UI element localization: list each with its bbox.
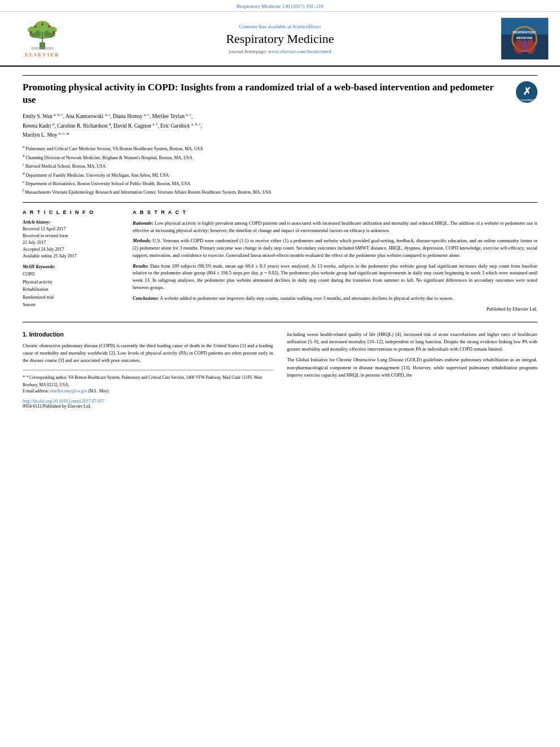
sciencedirect-url[interactable]: ScienceDirect: [292, 24, 321, 29]
abstract-rationale: Rationale: Low physical activity is high…: [133, 220, 537, 234]
affiliation-d: d Department of Family Medicine, Univers…: [23, 171, 537, 179]
article-history: Article history: Received 12 April 2017 …: [23, 220, 121, 260]
info-abstract-columns: A R T I C L E I N F O Article history: R…: [23, 209, 537, 313]
citation-bar: Respiratory Medicine 130 (2017) 102–110: [0, 0, 560, 12]
article-info-column: A R T I C L E I N F O Article history: R…: [23, 209, 121, 313]
keyword-season: Season: [23, 301, 121, 309]
conclusions-text: A website added to pedometer use improve…: [160, 295, 453, 301]
citation-text: Respiratory Medicine 130 (2017) 102–110: [237, 3, 323, 9]
abstract-conclusions: Conclusions: A website added to pedomete…: [133, 295, 537, 302]
keyword-pa: Physical activity: [23, 278, 121, 286]
keywords-label: MeSH Keywords:: [23, 264, 121, 269]
keyword-copd: COPD: [23, 270, 121, 278]
elsevier-tree-svg: [20, 20, 65, 51]
methods-text: U.S. Veterans with COPD were randomized …: [133, 238, 537, 258]
authors-line1: Emily S. Wan a, b, c, Ana Kantorowski a,…: [23, 112, 537, 121]
revised-date: 22 July 2017: [23, 239, 121, 246]
journal-logo-svg: RESPIRATORY MEDICINE: [501, 18, 548, 60]
email-label: E-mail address:: [23, 388, 49, 394]
footnotes-block: * * Corresponding author. VA Boston Heal…: [23, 370, 273, 394]
keywords-list: COPD Physical activity Rehabilitation Ra…: [23, 270, 121, 309]
svg-text:MEDICINE: MEDICINE: [517, 36, 533, 40]
email-link[interactable]: marilyn.moy@va.gov: [50, 388, 88, 394]
svg-point-19: [514, 40, 524, 54]
svg-point-20: [526, 40, 536, 54]
article-info-header: A R T I C L E I N F O: [23, 209, 121, 215]
sciencedirect-link: Contents lists available at ScienceDirec…: [73, 24, 487, 29]
introduction-section: 1. Introduction Chronic obstructive pulm…: [23, 331, 537, 409]
email-name: (M.L. Moy).: [88, 388, 110, 394]
published-by: Published by Elsevier Ltd.: [133, 306, 537, 312]
affiliation-c: c Harvard Medical School, Boston, MA, US…: [23, 161, 537, 170]
elsevier-logo-area: ELSEVIER: [11, 20, 73, 58]
section-divider: [23, 322, 537, 322]
corresponding-footnote-label: * Corresponding author.: [26, 375, 67, 380]
svg-text:✗: ✗: [523, 86, 531, 97]
journal-title-area: Contents lists available at ScienceDirec…: [73, 24, 487, 54]
article-title-section: Promoting physical activity in COPD: Ins…: [23, 75, 537, 106]
page: Respiratory Medicine 130 (2017) 102–110: [0, 0, 560, 747]
abstract-header: A B S T R A C T: [133, 209, 537, 215]
available-date: Available online 25 July 2017: [23, 253, 121, 260]
journal-header: ELSEVIER Contents lists available at Sci…: [0, 12, 560, 67]
intro-para-right1: including worse health-related quality o…: [287, 331, 538, 353]
intro-para-right2: The Global Initiative for Chronic Obstru…: [287, 356, 538, 379]
issn-text: 0954-6111/Published by Elsevier Ltd.: [23, 404, 273, 409]
intro-para1-text: Chronic obstructive pulmonary disease (C…: [23, 343, 273, 363]
affiliation-f: f Massachusetts Veterans Epidemiology Re…: [23, 187, 537, 196]
intro-heading: Introduction: [29, 331, 64, 338]
journal-logo-area: RESPIRATORY MEDICINE: [487, 18, 549, 60]
received-date: Received 12 April 2017: [23, 226, 121, 233]
affiliation-b: b Channing Division of Network Medicine,…: [23, 153, 537, 161]
history-label: Article history:: [23, 220, 121, 225]
main-content: Promoting physical activity in COPD: Ins…: [0, 67, 560, 417]
affiliations-block: a Pulmonary and Critical Care Medicine S…: [23, 144, 537, 203]
conclusions-label: Conclusions:: [133, 295, 159, 301]
elsevier-logo: ELSEVIER: [11, 20, 73, 58]
affiliation-e: e Department of Biostatistics, Boston Un…: [23, 179, 537, 187]
methods-label: Methods:: [133, 238, 151, 243]
intro-title: 1. Introduction: [23, 331, 273, 338]
svg-point-11: [53, 31, 55, 33]
journal-logo-image: RESPIRATORY MEDICINE: [501, 18, 549, 60]
bottom-links: http://dx.doi.org/10.1016/j.rmed.2017.07…: [23, 399, 273, 409]
svg-point-8: [34, 25, 37, 28]
svg-rect-21: [523, 40, 527, 51]
journal-title: Respiratory Medicine: [73, 32, 487, 46]
homepage-label: journal homepage:: [229, 49, 267, 54]
crossmark-icon: ✗ CrossMark: [516, 81, 537, 103]
svg-text:CrossMark: CrossMark: [518, 98, 535, 102]
svg-point-12: [41, 23, 43, 25]
elsevier-wordmark: ELSEVIER: [25, 52, 60, 58]
authors-block: Emily S. Wan a, b, c, Ana Kantorowski a,…: [23, 112, 537, 139]
results-text: Data from 109 subjects (98.5% male, mean…: [133, 263, 537, 290]
intro-para1: Chronic obstructive pulmonary disease (C…: [23, 342, 273, 365]
doi-anchor[interactable]: http://dx.doi.org/10.1016/j.rmed.2017.07…: [23, 399, 104, 404]
article-title: Promoting physical activity in COPD: Ins…: [23, 81, 516, 106]
abstract-methods: Methods: U.S. Veterans with COPD were ra…: [133, 237, 537, 259]
authors-line3: Marilyn L. Moy a, c, *: [23, 130, 537, 139]
affiliation-a: a Pulmonary and Critical Care Medicine S…: [23, 144, 537, 152]
svg-rect-13: [31, 47, 54, 50]
abstract-column: A B S T R A C T Rationale: Low physical …: [133, 209, 537, 313]
abstract-results: Results: Data from 109 subjects (98.5% m…: [133, 263, 537, 291]
intro-right-column: including worse health-related quality o…: [287, 331, 538, 409]
intro-right1-text: including worse health-related quality o…: [287, 331, 538, 352]
svg-point-10: [30, 31, 32, 33]
email-footnote: E-mail address: marilyn.moy@va.gov (M.L.…: [23, 388, 273, 394]
rationale-label: Rationale:: [133, 220, 154, 226]
intro-number: 1.: [23, 331, 28, 338]
svg-point-9: [48, 25, 50, 28]
intro-left-column: 1. Introduction Chronic obstructive pulm…: [23, 331, 273, 409]
homepage-url[interactable]: www.elsevier.com/locate/rmed: [268, 49, 331, 54]
rationale-text: Low physical activity is highly prevalen…: [133, 220, 537, 233]
intro-right2-text: The Global Initiative for Chronic Obstru…: [287, 357, 538, 377]
doi-link[interactable]: http://dx.doi.org/10.1016/j.rmed.2017.07…: [23, 399, 273, 404]
sciencedirect-label: Contents lists available at: [239, 24, 291, 29]
authors-line2: Reema Kadri d, Caroline R. Richardson d,…: [23, 121, 537, 130]
revised-label: Received in revised form: [23, 233, 121, 239]
crossmark-badge[interactable]: ✗ CrossMark: [516, 81, 537, 103]
homepage-link: journal homepage: www.elsevier.com/locat…: [73, 49, 487, 54]
keywords-section: MeSH Keywords: COPD Physical activity Re…: [23, 264, 121, 309]
svg-text:RESPIRATORY: RESPIRATORY: [513, 30, 536, 34]
